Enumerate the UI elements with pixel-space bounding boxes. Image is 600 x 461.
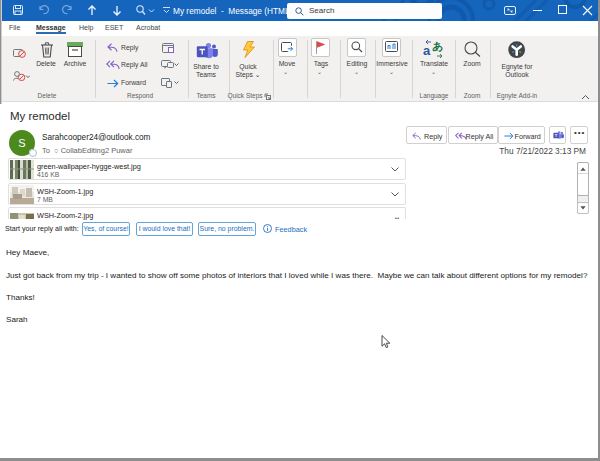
svg-text:a: a xyxy=(423,43,431,58)
svg-text:あ: あ xyxy=(432,40,443,52)
